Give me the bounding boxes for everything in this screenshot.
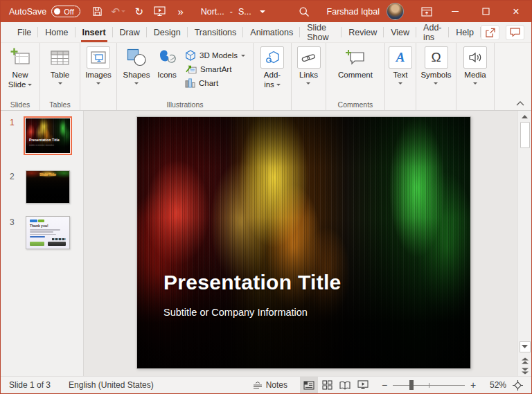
links-button[interactable]: Links: [294, 46, 324, 85]
redo-button[interactable]: ↻: [129, 1, 150, 22]
notes-icon: [253, 382, 263, 389]
tab-review[interactable]: Review: [342, 22, 384, 42]
share-button[interactable]: [481, 25, 499, 40]
tab-draw[interactable]: Draw: [113, 22, 147, 42]
dropdown-caret-icon: [473, 82, 477, 84]
document-title[interactable]: Nort... - S...: [201, 7, 265, 17]
title-caret-icon: [260, 10, 265, 13]
maximize-button[interactable]: [470, 1, 501, 22]
tab-help[interactable]: Help: [449, 22, 481, 42]
images-button[interactable]: Images: [82, 46, 115, 85]
save-button[interactable]: [87, 1, 108, 22]
tab-transitions[interactable]: Transitions: [188, 22, 244, 42]
comments-panel-button[interactable]: [506, 25, 524, 40]
current-slide[interactable]: Presentation Title Subtitle or Company I…: [136, 116, 471, 369]
slide-sorter-view-button[interactable]: [318, 377, 336, 393]
dropdown-caret-icon: [28, 84, 32, 86]
arrow-down-icon: [522, 345, 528, 349]
zoom-slider[interactable]: [393, 380, 465, 390]
share-icon: [485, 28, 495, 37]
slide-show-view-icon: [357, 380, 369, 390]
chart-button[interactable]: Chart: [185, 78, 245, 88]
scroll-up-button[interactable]: [518, 111, 532, 122]
illustrations-stack: 3D Models SmartArt Chart: [181, 46, 248, 88]
scroll-down-button[interactable]: [520, 341, 531, 352]
3d-models-button[interactable]: 3D Models: [185, 50, 245, 61]
group-label-tables: Tables: [40, 100, 80, 110]
tab-home[interactable]: Home: [38, 22, 75, 42]
slide-thumbnail-3[interactable]: Thank you!: [26, 216, 70, 249]
slide-title-placeholder[interactable]: Presentation Title: [163, 271, 342, 294]
new-slide-button[interactable]: New Slide: [4, 46, 36, 91]
slide-thumbnail-1[interactable]: Presentation Title Subtitle or Company I…: [24, 116, 72, 155]
tab-view[interactable]: View: [384, 22, 416, 42]
dropdown-caret-icon: [398, 82, 402, 84]
zoom-out-button[interactable]: −: [379, 379, 390, 391]
close-button[interactable]: ×: [501, 1, 531, 22]
shapes-button[interactable]: Shapes: [120, 46, 153, 85]
collapse-ribbon-button[interactable]: [515, 98, 526, 108]
undo-button[interactable]: ↶: [108, 1, 129, 22]
slide-thumbnail-2[interactable]: Slide Title: [26, 170, 70, 204]
new-slide-label: New Slide: [8, 71, 28, 89]
scrollbar-thumb[interactable]: [520, 122, 530, 148]
tab-add-ins[interactable]: Add-ins: [416, 22, 449, 42]
comment-button[interactable]: Comment: [331, 46, 380, 81]
thumb-title: Presentation Title: [29, 138, 60, 142]
document-title-text: Nort...: [201, 7, 224, 17]
zoom-controls: − + 52%: [379, 377, 526, 393]
shapes-label: Shapes: [123, 71, 150, 79]
search-button[interactable]: [292, 1, 316, 22]
slide-editor-canvas[interactable]: Presentation Title Subtitle or Company I…: [84, 111, 517, 376]
more-commands-button[interactable]: »: [170, 1, 191, 22]
search-icon: [299, 6, 310, 17]
zoom-in-button[interactable]: +: [468, 379, 479, 391]
slide-number: 3: [1, 216, 24, 249]
media-button[interactable]: Media: [459, 46, 491, 85]
ribbon-filler: [495, 43, 531, 110]
zoom-slider-thumb[interactable]: [409, 380, 414, 390]
tab-label: Help: [456, 28, 474, 37]
start-slideshow-button[interactable]: [150, 1, 170, 22]
tab-insert[interactable]: Insert: [76, 22, 113, 42]
smartart-button[interactable]: SmartArt: [185, 64, 245, 74]
notes-button[interactable]: Notes: [253, 380, 287, 390]
thumb-dark-button: [48, 242, 66, 246]
reading-view-button[interactable]: [336, 377, 354, 393]
table-button[interactable]: Table: [44, 46, 76, 85]
text-button[interactable]: A Text: [387, 46, 414, 85]
thumb-text-line: [30, 229, 60, 231]
autosave-toggle[interactable]: Off: [51, 6, 80, 17]
tab-design[interactable]: Design: [147, 22, 188, 42]
more-commands-icon: »: [178, 6, 184, 17]
normal-view-icon: [303, 381, 314, 390]
symbols-button[interactable]: Ω Symbols: [418, 46, 454, 85]
group-links: Links: [292, 43, 326, 110]
tab-slide-show[interactable]: Slide Show: [300, 22, 342, 42]
tab-file[interactable]: File: [10, 22, 38, 42]
group-slides: New Slide Slides: [1, 43, 40, 110]
previous-slide-button[interactable]: [519, 355, 531, 366]
normal-view-button[interactable]: [300, 377, 318, 393]
icons-button[interactable]: Icons: [153, 46, 181, 81]
autosave-label: AutoSave: [9, 7, 46, 17]
slide-subtitle-placeholder[interactable]: Subtitle or Company Information: [163, 307, 308, 318]
fit-slide-to-window-button[interactable]: [509, 377, 526, 393]
user-name[interactable]: Farshad Iqbal: [327, 7, 380, 17]
group-comments: Comment Comments: [326, 43, 385, 110]
user-avatar[interactable]: [387, 3, 404, 20]
group-label-add-ins: [254, 100, 291, 110]
ribbon-display-options-button[interactable]: [414, 1, 440, 22]
minimize-button[interactable]: [440, 1, 470, 22]
ribbon-tab-row: File Home Insert Draw Design Transitions…: [1, 22, 531, 42]
add-ins-button[interactable]: Add-ins: [259, 46, 285, 91]
group-label-illustrations: Illustrations: [117, 100, 253, 110]
language-indicator[interactable]: English (United States): [69, 380, 154, 390]
tab-animations[interactable]: Animations: [243, 22, 300, 42]
zoom-level[interactable]: 52%: [483, 380, 506, 390]
slide-show-view-button[interactable]: [354, 377, 372, 393]
fit-to-window-icon: [513, 380, 523, 391]
group-label-images: [80, 100, 116, 110]
next-slide-button[interactable]: [519, 366, 531, 376]
dropdown-caret-icon: [134, 82, 139, 84]
